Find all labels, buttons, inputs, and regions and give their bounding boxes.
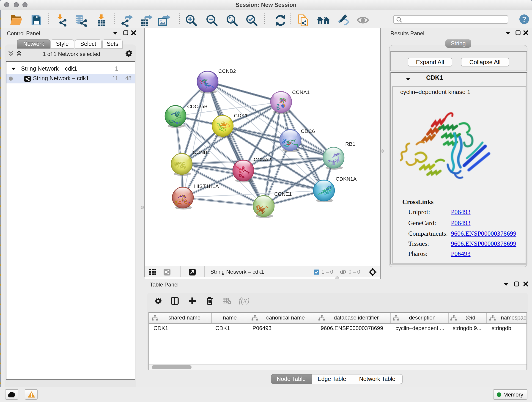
svg-text:CDC6: CDC6 xyxy=(301,128,315,134)
svg-text:CCNA1: CCNA1 xyxy=(292,89,310,95)
svg-text:CDC25B: CDC25B xyxy=(187,104,207,109)
svg-text:CCNB2: CCNB2 xyxy=(218,68,236,74)
svg-text:?: ? xyxy=(522,15,526,23)
svg-text:CCNA2: CCNA2 xyxy=(253,157,271,162)
svg-text:CCNE1: CCNE1 xyxy=(274,191,292,197)
svg-text:RB1: RB1 xyxy=(345,141,355,147)
svg-text:CCNB1: CCNB1 xyxy=(192,149,210,155)
svg-text:CDK1: CDK1 xyxy=(234,113,247,119)
svg-text:CDKN1A: CDKN1A xyxy=(336,176,357,182)
svg-text:HIST1H1A: HIST1H1A xyxy=(194,183,219,189)
